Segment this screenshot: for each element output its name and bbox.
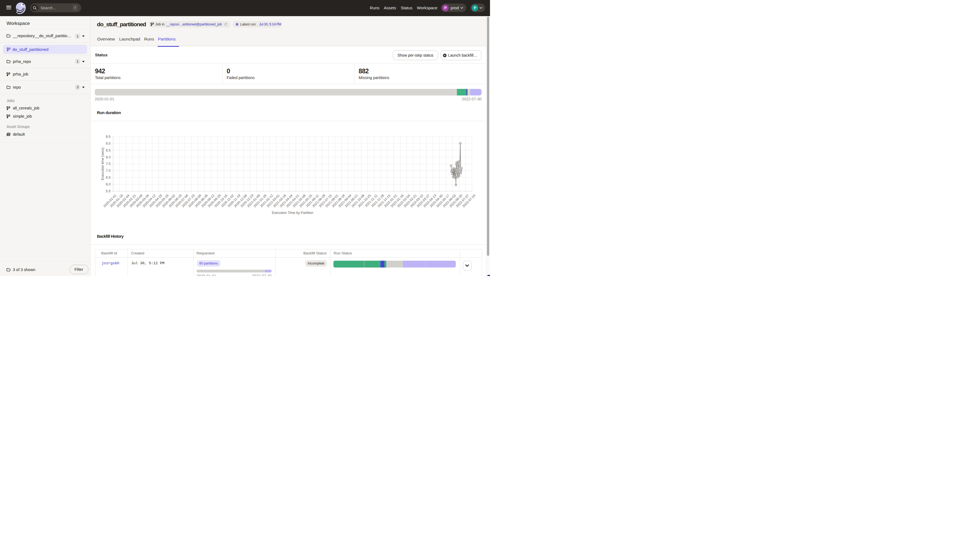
svg-text:7.5: 7.5 (106, 162, 111, 166)
svg-text:8.0: 8.0 (106, 155, 111, 159)
svg-text:8.5: 8.5 (106, 149, 111, 152)
svg-text:9.0: 9.0 (106, 142, 111, 146)
svg-text:Execution time (secs): Execution time (secs) (101, 148, 105, 180)
svg-text:7.0: 7.0 (106, 169, 111, 173)
svg-text:6.5: 6.5 (106, 176, 111, 179)
svg-text:Execution Time by Partition: Execution Time by Partition (272, 211, 313, 215)
svg-text:6.0: 6.0 (106, 182, 111, 186)
svg-text:9.5: 9.5 (106, 135, 111, 139)
svg-text:5.5: 5.5 (106, 189, 111, 193)
